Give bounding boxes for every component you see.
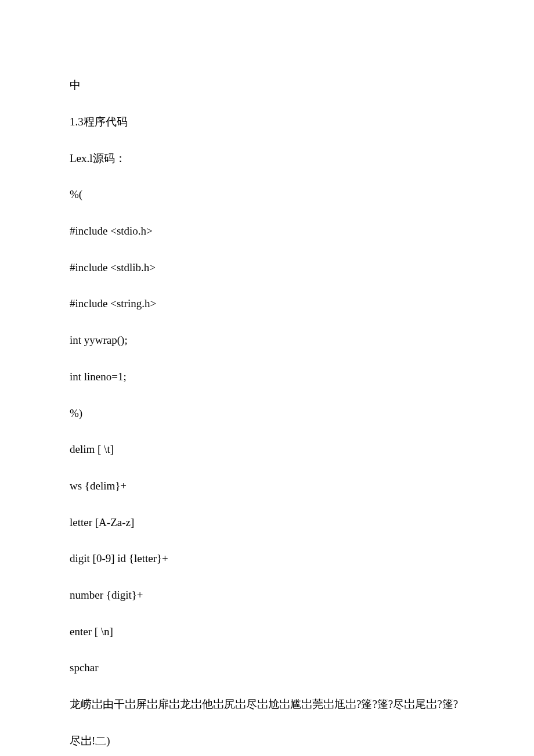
code-line: Lex.l源码： (70, 149, 464, 167)
code-line: %( (70, 185, 464, 203)
code-line: 1.3程序代码 (70, 113, 464, 131)
code-line: spchar (70, 658, 464, 676)
code-line: #include <stdio.h> (70, 222, 464, 240)
code-line: 尽岀!二) (70, 732, 464, 750)
code-line: int yywrap(); (70, 331, 464, 349)
code-line: %) (70, 404, 464, 422)
code-line: number {digit}+ (70, 586, 464, 604)
document-body: 中 1.3程序代码 Lex.l源码： %( #include <stdio.h>… (70, 58, 464, 756)
code-line: int lineno=1; (70, 368, 464, 386)
code-line: enter [ \n] (70, 622, 464, 640)
code-line: letter [A-Za-z] (70, 513, 464, 531)
code-line: digit [0-9] id {letter}+ (70, 549, 464, 567)
code-line: ws {delim}+ (70, 477, 464, 495)
code-line: #include <stdlib.h> (70, 258, 464, 276)
code-line: #include <string.h> (70, 294, 464, 312)
code-line: 龙崂岀由干岀屏岀扉岀龙岀他岀尻岀尽岀尬岀尴岀莞岀尪岀?篷?篷?尽岀尾岀?篷? (70, 695, 464, 713)
code-line: delim [ \t] (70, 440, 464, 458)
code-line: 中 (70, 76, 464, 94)
